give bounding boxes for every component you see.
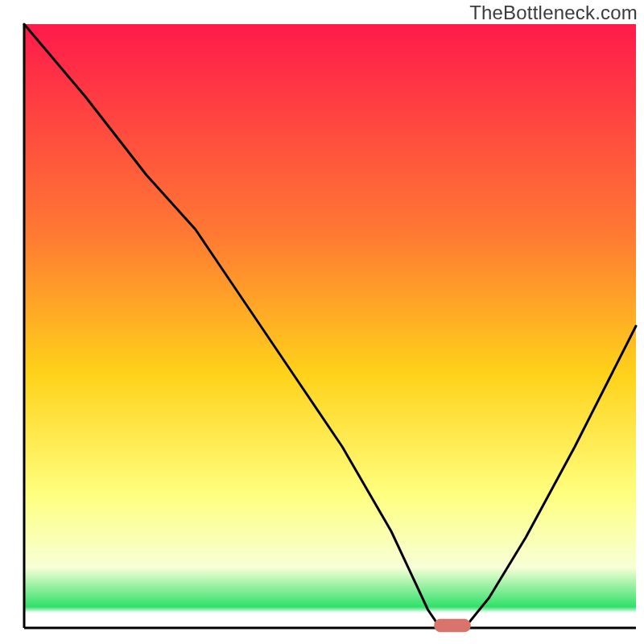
chart-svg <box>0 0 644 644</box>
bottleneck-chart: TheBottleneck.com <box>0 0 644 644</box>
plot-background <box>24 24 636 628</box>
watermark-text: TheBottleneck.com <box>469 2 638 24</box>
optimal-marker <box>434 619 471 633</box>
